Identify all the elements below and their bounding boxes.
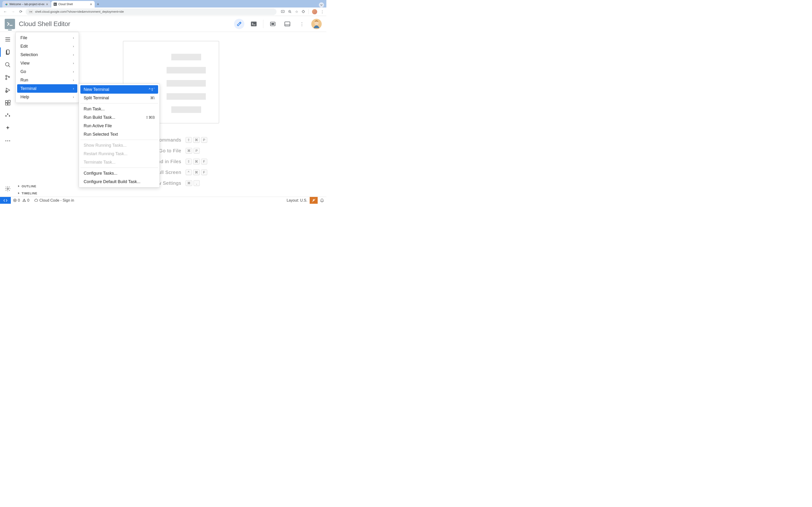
activity-bar <box>0 32 15 197</box>
editor-toggle-button[interactable] <box>234 19 244 29</box>
cmd-keys: ⌘ , <box>186 180 207 186</box>
settings-icon[interactable] <box>2 183 13 194</box>
svg-point-20 <box>7 140 8 141</box>
extensions-icon[interactable] <box>301 10 305 14</box>
chevron-right-icon: › <box>73 36 74 40</box>
more-menu-button[interactable]: ⋮ <box>297 19 307 29</box>
menu-item-selection[interactable]: Selection› <box>17 50 77 59</box>
status-bar: 0 0 Cloud Code - Sign in Layout: U.S. <box>0 197 326 204</box>
cmd-keys: ⌘ P <box>186 148 207 154</box>
svg-rect-7 <box>285 22 290 26</box>
submenu-run-task[interactable]: Run Task... <box>80 105 158 113</box>
search-icon[interactable] <box>2 59 13 70</box>
hamburger-menu[interactable] <box>2 34 13 45</box>
explorer-icon[interactable] <box>2 47 13 58</box>
chevron-right-icon: › <box>73 87 74 91</box>
chevron-right-icon: › <box>73 95 74 99</box>
menu-item-help[interactable]: Help› <box>17 93 77 101</box>
sidebar-bottom-panels: OUTLINE TIMELINE <box>15 183 79 197</box>
new-window-button[interactable] <box>268 19 278 29</box>
submenu-run-active-file[interactable]: Run Active File <box>80 122 158 130</box>
remote-indicator[interactable] <box>0 197 11 204</box>
profile-avatar[interactable] <box>312 9 317 14</box>
chevron-right-icon: › <box>73 44 74 48</box>
timeline-panel-header[interactable]: TIMELINE <box>15 190 79 197</box>
svg-point-11 <box>6 75 7 76</box>
reload-button[interactable]: ⟳ <box>18 9 23 14</box>
terminal-toggle-button[interactable] <box>249 19 259 29</box>
extensions-icon[interactable] <box>2 97 13 108</box>
tab-title: Welcome – lab-project-id-ex <box>9 3 44 6</box>
cloudshell-favicon <box>54 3 57 6</box>
cmd-keys: ⇧ ⌘ P <box>186 137 207 143</box>
menu-item-edit[interactable]: Edit› <box>17 42 77 50</box>
menu-item-terminal[interactable]: Terminal› <box>17 84 77 93</box>
shortcut: ⇧⌘B <box>145 115 155 120</box>
address-bar: ← → ⟳ ⊶ shell.cloud.google.com/?show=ide… <box>0 7 326 16</box>
separator <box>80 139 158 140</box>
app-title: Cloud Shell Editor <box>19 20 70 28</box>
more-icon[interactable] <box>2 135 13 147</box>
status-layout[interactable]: Layout: U.S. <box>284 197 310 204</box>
submenu-run-build-task[interactable]: Run Build Task... ⇧⌘B <box>80 113 158 122</box>
submenu-configure-default-build-task[interactable]: Configure Default Build Task... <box>80 177 158 186</box>
submenu-run-selected-text[interactable]: Run Selected Text <box>80 130 158 138</box>
app-header: Cloud Shell Editor ⋮ <box>0 16 326 32</box>
url-text: shell.cloud.google.com/?show=ide&environ… <box>35 10 124 13</box>
gcp-favicon <box>5 3 8 6</box>
ai-icon[interactable] <box>2 122 13 134</box>
status-warnings[interactable]: 0 <box>22 197 32 204</box>
status-notifications[interactable] <box>318 197 326 204</box>
separator <box>80 103 158 104</box>
forward-button[interactable]: → <box>10 9 16 14</box>
separator <box>263 20 263 28</box>
source-control-icon[interactable] <box>2 72 13 83</box>
new-tab-button[interactable]: + <box>95 1 101 7</box>
tab-title: Cloud Shell <box>58 3 72 6</box>
install-icon[interactable] <box>281 10 285 14</box>
url-field[interactable]: ⊶ shell.cloud.google.com/?show=ide&envir… <box>26 8 276 15</box>
outline-panel-header[interactable]: OUTLINE <box>15 183 79 190</box>
back-button[interactable]: ← <box>2 9 8 14</box>
status-cloud-code[interactable]: Cloud Code - Sign in <box>32 197 77 204</box>
close-icon[interactable]: ✕ <box>46 3 48 6</box>
shortcut: ^⇧` <box>149 87 155 92</box>
run-debug-icon[interactable] <box>2 84 13 96</box>
submenu-new-terminal[interactable]: New Terminal ^⇧` <box>80 85 158 94</box>
browser-tab-cloudshell[interactable]: Cloud Shell ✕ <box>51 1 95 7</box>
menu-item-view[interactable]: View› <box>17 59 77 67</box>
svg-point-10 <box>5 62 9 66</box>
svg-point-22 <box>7 188 9 190</box>
submenu-split-terminal[interactable]: Split Terminal ⌘\ <box>80 94 158 102</box>
shortcut: ⌘\ <box>150 96 155 100</box>
submenu-configure-tasks[interactable]: Configure Tasks... <box>80 169 158 177</box>
browser-menu-icon[interactable]: ⋮ <box>320 10 324 14</box>
svg-rect-17 <box>8 103 10 105</box>
user-avatar[interactable] <box>311 19 322 29</box>
menu-item-go[interactable]: Go› <box>17 67 77 76</box>
api-icon[interactable] <box>2 110 13 121</box>
separator <box>308 9 309 14</box>
status-errors[interactable]: 0 <box>11 197 22 204</box>
chevron-right-icon: › <box>73 70 74 73</box>
menu-item-file[interactable]: File› <box>17 34 77 42</box>
status-ai-indicator[interactable] <box>310 197 318 204</box>
cmd-keys: ^ ⌘ F <box>186 169 207 175</box>
layout-button[interactable] <box>282 19 293 29</box>
svg-point-12 <box>6 78 7 79</box>
svg-rect-18 <box>8 100 10 102</box>
zoom-icon[interactable] <box>288 10 292 14</box>
panel-title: TIMELINE <box>21 191 37 195</box>
chevron-right-icon: › <box>73 53 74 57</box>
menu-item-run[interactable]: Run› <box>17 76 77 84</box>
site-info-icon[interactable]: ⊶ <box>29 10 33 14</box>
main-menu-popup: File› Edit› Selection› View› Go› Run› Te… <box>15 32 79 103</box>
cloudshell-logo <box>5 19 15 29</box>
bookmark-icon[interactable]: ☆ <box>295 10 298 14</box>
browser-tab-strip: Welcome – lab-project-id-ex ✕ Cloud Shel… <box>0 0 326 7</box>
browser-tab-welcome[interactable]: Welcome – lab-project-id-ex ✕ <box>2 1 51 7</box>
close-icon[interactable]: ✕ <box>90 3 92 6</box>
svg-rect-16 <box>5 103 7 105</box>
cmd-keys: ⇧ ⌘ F <box>186 159 207 164</box>
tabs-overflow-button[interactable] <box>319 2 324 7</box>
